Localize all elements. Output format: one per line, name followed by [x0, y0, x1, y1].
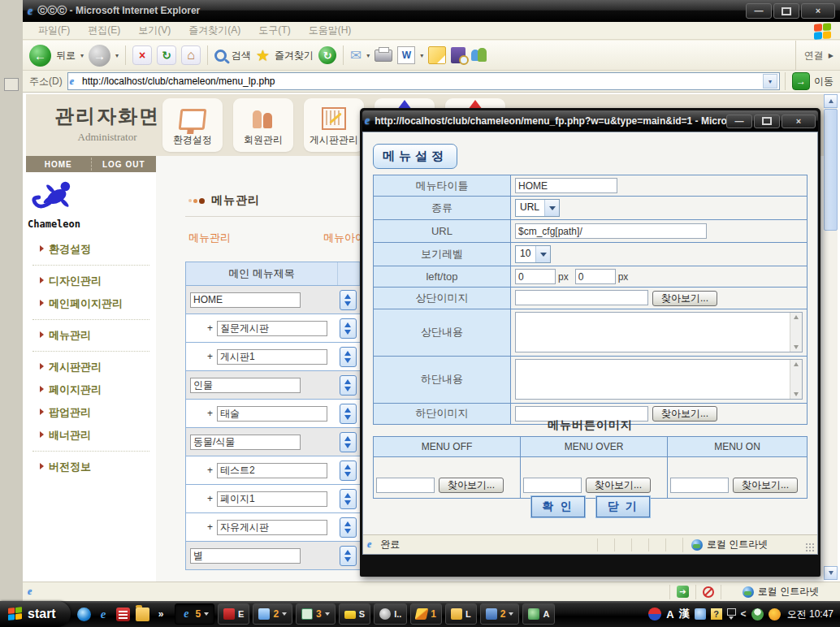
- forward-button[interactable]: →: [89, 45, 110, 67]
- menu-title-input[interactable]: [190, 548, 301, 564]
- menu-title-input[interactable]: [217, 463, 327, 478]
- browse-button[interactable]: 찾아보기...: [586, 478, 651, 493]
- order-spinner[interactable]: [340, 404, 357, 424]
- menu-title-input[interactable]: [217, 491, 327, 507]
- stop-button[interactable]: ×: [132, 45, 152, 65]
- browse-button[interactable]: 찾아보기...: [733, 478, 798, 493]
- taskbar-button-ie-group[interactable]: e 5: [175, 603, 214, 625]
- print-icon[interactable]: [375, 50, 392, 62]
- refresh-button[interactable]: ↻: [157, 45, 176, 65]
- sidebar-item-page[interactable]: 페이지관리: [26, 378, 156, 401]
- sidebar-item-settings[interactable]: 환경설정: [26, 238, 156, 261]
- taskbar-button-s[interactable]: S: [339, 603, 370, 625]
- menu-file[interactable]: 파일(F): [29, 24, 79, 37]
- quicklaunch-messenger-icon[interactable]: [77, 608, 91, 621]
- ime-restore-icon[interactable]: [727, 608, 736, 620]
- confirm-button[interactable]: 확 인: [531, 496, 585, 517]
- menu-over-image-input[interactable]: [523, 478, 582, 493]
- popup-minimize-button[interactable]: —: [726, 115, 752, 128]
- textarea-scrollbar[interactable]: [790, 313, 802, 352]
- messenger-icon[interactable]: [470, 47, 488, 63]
- order-spinner[interactable]: [340, 517, 357, 538]
- ime-settings-icon[interactable]: [695, 608, 706, 620]
- menu-manage-link[interactable]: 메뉴관리: [188, 231, 231, 245]
- browse-button[interactable]: 찾아보기...: [652, 291, 717, 306]
- ime-hanja-indicator[interactable]: 漢: [679, 607, 690, 621]
- order-spinner[interactable]: [340, 489, 357, 509]
- menu-title-input[interactable]: [217, 406, 327, 422]
- mail-icon[interactable]: ✉: [350, 47, 362, 64]
- taskbar-button-notes-group[interactable]: 2: [253, 603, 292, 625]
- go-button[interactable]: → 이동: [785, 72, 834, 90]
- scroll-up-icon[interactable]: [824, 94, 838, 108]
- menu-on-image-input[interactable]: [670, 478, 729, 493]
- edit-with-word-icon[interactable]: W: [397, 46, 415, 64]
- sidebar-item-banner[interactable]: 배너관리: [26, 424, 156, 447]
- popup-left-input[interactable]: [515, 269, 556, 284]
- order-spinner[interactable]: [340, 375, 357, 396]
- taskbar-button-photo-group[interactable]: 2: [480, 603, 520, 625]
- quicklaunch-folder-icon[interactable]: [136, 608, 149, 621]
- sidebar-item-mainpage[interactable]: 메인페이지관리: [26, 292, 156, 315]
- menu-title-input[interactable]: [217, 520, 327, 535]
- scrollbar-thumb[interactable]: [824, 109, 838, 231]
- menu-title-input[interactable]: [190, 292, 301, 308]
- start-button[interactable]: start: [0, 601, 71, 627]
- sidebar-item-design[interactable]: 디자인관리: [26, 270, 156, 292]
- menu-off-image-input[interactable]: [376, 478, 435, 493]
- menu-edit[interactable]: 편집(E): [79, 24, 129, 37]
- ime-korean-icon[interactable]: [648, 608, 661, 621]
- menu-settings-tab[interactable]: 메뉴설정: [373, 144, 457, 169]
- header-button-members[interactable]: 회원관리: [233, 98, 293, 152]
- address-dropdown-icon[interactable]: ▾: [763, 74, 777, 89]
- textarea-scrollbar[interactable]: [790, 360, 802, 399]
- menu-title-input[interactable]: [217, 321, 327, 336]
- popup-maximize-button[interactable]: [754, 115, 780, 128]
- header-button-settings[interactable]: 환경설정: [162, 98, 223, 152]
- home-link[interactable]: HOME: [26, 156, 91, 172]
- restore-button[interactable]: [773, 3, 799, 19]
- header-button-boards[interactable]: 게시판관리: [304, 98, 364, 152]
- browse-button[interactable]: 찾아보기...: [439, 478, 504, 493]
- taskbar-button-1[interactable]: 1: [410, 603, 442, 625]
- menu-tools[interactable]: 도구(T): [249, 24, 299, 37]
- menu-help[interactable]: 도움말(H): [300, 24, 361, 37]
- close-popup-button[interactable]: 닫 기: [596, 496, 650, 517]
- scroll-down-icon[interactable]: [824, 566, 838, 580]
- popup-bottom-content-textarea[interactable]: [515, 359, 803, 400]
- popup-top-input[interactable]: [575, 269, 616, 284]
- menu-favorites[interactable]: 즐겨찾기(A): [180, 24, 249, 37]
- popup-menu-title-input[interactable]: [515, 178, 617, 193]
- menu-view[interactable]: 보기(V): [129, 24, 180, 37]
- sidebar-item-board[interactable]: 게시판관리: [26, 356, 156, 378]
- taskbar-button-window-group[interactable]: 3: [296, 603, 336, 625]
- taskbar-button-a[interactable]: A: [522, 603, 555, 625]
- home-button[interactable]: ⌂: [181, 45, 201, 65]
- favorites-star-icon[interactable]: ★: [256, 48, 270, 63]
- back-button[interactable]: ←: [29, 45, 51, 67]
- order-spinner[interactable]: [340, 290, 357, 310]
- close-button[interactable]: ×: [801, 3, 835, 19]
- order-spinner[interactable]: [340, 461, 357, 481]
- order-spinner[interactable]: [340, 546, 357, 566]
- resize-grip[interactable]: [805, 543, 815, 552]
- sidebar-item-version[interactable]: 버전정보: [26, 456, 156, 478]
- logout-link[interactable]: LOG OUT: [92, 156, 157, 172]
- popup-top-image-input[interactable]: [515, 290, 648, 305]
- forward-dropdown-icon[interactable]: ▾: [115, 52, 119, 59]
- sidebar-item-popup[interactable]: 팝업관리: [26, 401, 156, 424]
- quicklaunch-ie-icon[interactable]: e: [97, 608, 110, 621]
- popup-close-button[interactable]: ×: [782, 115, 816, 128]
- quicklaunch-overflow-icon[interactable]: »: [155, 608, 167, 620]
- search-icon[interactable]: [214, 50, 227, 62]
- tray-smiley-icon[interactable]: [769, 608, 781, 621]
- tray-messenger-icon[interactable]: [751, 608, 764, 621]
- ime-help-icon[interactable]: ?: [711, 608, 722, 620]
- taskbar-button-i[interactable]: I..: [374, 603, 407, 625]
- word-dropdown-icon[interactable]: ▾: [420, 52, 423, 59]
- order-spinner[interactable]: [340, 432, 357, 452]
- taskbar-button-l[interactable]: L: [445, 603, 477, 625]
- ime-language-indicator[interactable]: A: [666, 608, 673, 621]
- tray-collapse-icon[interactable]: <: [741, 608, 747, 620]
- mail-dropdown-icon[interactable]: ▾: [366, 52, 370, 59]
